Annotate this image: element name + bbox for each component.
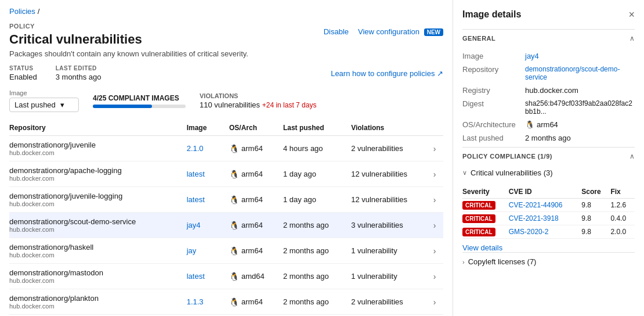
cve-row: CRITICAL GMS-2020-2 9.8 2.0.0	[462, 225, 635, 239]
cell-repo: demonstrationorg/apache-logging hub.dock…	[9, 161, 187, 187]
detail-digest-label: Digest	[462, 99, 520, 108]
table-row[interactable]: demonstrationorg/haskell hub.docker.com …	[9, 238, 443, 264]
cve-link[interactable]: CVE-2021-44906	[509, 201, 563, 209]
general-chevron-icon: ∧	[629, 34, 635, 42]
cve-score: 9.8	[581, 225, 610, 239]
col-violations: Violations	[351, 120, 433, 136]
row-chevron-icon: ›	[433, 170, 436, 179]
image-link[interactable]: latest	[187, 170, 205, 178]
title-section: POLICY Critical vulnerabilities Packages…	[9, 23, 324, 65]
cell-last-pushed: 2 months ago	[283, 289, 351, 315]
detail-repo-row: Repository demonstrationorg/scout-demo-s…	[462, 65, 635, 81]
status-item: STATUS Enabled	[9, 65, 37, 81]
cell-last-pushed: 2 months ago	[283, 238, 351, 264]
linux-icon: 🐧	[229, 144, 239, 153]
table-row[interactable]: demonstrationorg/scout-demo-service hub.…	[9, 213, 443, 238]
chevron-down-icon: ▾	[60, 100, 64, 109]
detail-last-pushed-value: 2 months ago	[525, 134, 571, 142]
copyleft-chevron-icon: ›	[462, 258, 465, 265]
detail-os-row: OS/Architecture 🐧arm64	[462, 120, 635, 129]
col-actions	[433, 120, 443, 136]
image-link[interactable]: latest	[187, 195, 205, 204]
cell-image: latest	[187, 264, 229, 289]
image-link[interactable]: 1.1.3	[187, 297, 204, 306]
last-edited-label: LAST EDITED	[56, 65, 102, 71]
cell-arch: 🐧 arm64	[229, 213, 283, 238]
policy-label: POLICY	[9, 23, 324, 30]
image-link[interactable]: jay4	[187, 221, 201, 229]
violations-label: VIOLATIONS	[200, 92, 316, 99]
view-config-link[interactable]: View configuration	[358, 27, 419, 36]
policy-chevron-icon: ∨	[462, 169, 467, 177]
page-description: Packages shouldn't contain any known vul…	[9, 49, 324, 58]
cell-last-pushed: 4 hours ago	[283, 136, 351, 161]
image-select-value: Last pushed	[15, 100, 56, 109]
last-edited-item: LAST EDITED 3 months ago	[56, 65, 102, 81]
linux-icon: 🐧	[229, 272, 239, 281]
table-row[interactable]: demonstrationorg/juvenile-logging hub.do…	[9, 187, 443, 213]
disable-button[interactable]: Disable	[324, 27, 349, 36]
linux-icon: 🐧	[525, 120, 534, 129]
cell-violations: 12 vulnerabilities	[351, 161, 433, 187]
view-details-link[interactable]: View details	[462, 243, 635, 252]
image-link[interactable]: latest	[187, 272, 205, 281]
violations-count: 110 vulnerabilities +24 in last 7 days	[200, 100, 316, 109]
top-section: POLICY Critical vulnerabilities Packages…	[9, 23, 443, 65]
learn-link[interactable]: Learn how to configure policies ↗	[331, 69, 443, 78]
cell-repo: demonstrationorg/scout-demo-service hub.…	[9, 213, 187, 238]
table-row[interactable]: demonstrationorg/juvenile hub.docker.com…	[9, 136, 443, 161]
cve-link[interactable]: CVE-2021-3918	[509, 214, 559, 222]
action-buttons: Disable View configuration NEW	[324, 23, 443, 36]
detail-image-label: Image	[462, 52, 520, 60]
compliance-section-header[interactable]: POLICY COMPLIANCE (1/9) ∧	[462, 147, 635, 165]
cve-row: CRITICAL CVE-2021-3918 9.8 0.4.0	[462, 212, 635, 225]
copyleft-row[interactable]: › Copyleft licenses (7)	[462, 252, 635, 271]
detail-digest-row: Digest sha256:b479cf033f9ab2aa028fac2bb1…	[462, 99, 635, 116]
cell-last-pushed: 2 months ago	[283, 264, 351, 289]
compliant-label: 4/25 COMPLIANT IMAGES	[93, 94, 186, 102]
cve-severity: CRITICAL	[462, 212, 509, 225]
violations-delta: +24 in last 7 days	[262, 101, 317, 109]
breadcrumb-policies-link[interactable]: Policies	[9, 7, 35, 16]
row-chevron-icon: ›	[433, 297, 436, 307]
image-filter-label: Image	[9, 89, 79, 96]
cell-repo: demonstrationorg/juvenile-logging hub.do…	[9, 187, 187, 213]
close-panel-button[interactable]: ×	[628, 9, 635, 20]
table-row[interactable]: demonstrationorg/plankton hub.docker.com…	[9, 289, 443, 315]
detail-repo-value[interactable]: demonstrationorg/scout-demo-service	[525, 65, 635, 81]
general-label: GENERAL	[462, 35, 495, 42]
critical-vuln-row[interactable]: ∨ Critical vulnerabilities (3)	[462, 165, 635, 181]
cell-chevron: ›	[433, 213, 443, 238]
detail-image-value[interactable]: jay4	[525, 52, 539, 60]
cell-chevron: ›	[433, 161, 443, 187]
general-section-header[interactable]: GENERAL ∧	[462, 29, 635, 47]
linux-icon: 🐧	[229, 195, 239, 204]
cell-image: 2.1.0	[187, 136, 229, 161]
image-link[interactable]: jay	[187, 246, 197, 255]
image-link[interactable]: 2.1.0	[187, 144, 204, 153]
compliant-bar	[93, 105, 152, 108]
detail-image-row: Image jay4	[462, 52, 635, 60]
cell-violations: 1 vulnerability	[351, 264, 433, 289]
cell-repo: demonstrationorg/plankton hub.docker.com	[9, 289, 187, 315]
cve-col-id: CVE ID	[509, 185, 582, 199]
view-config-group: View configuration NEW	[358, 27, 443, 36]
main-content: Policies / POLICY Critical vulnerabiliti…	[0, 0, 453, 316]
critical-badge: CRITICAL	[462, 228, 495, 236]
cell-last-pushed: 1 day ago	[283, 161, 351, 187]
table-row[interactable]: demonstrationorg/apache-logging hub.dock…	[9, 161, 443, 187]
image-select[interactable]: Last pushed ▾	[9, 98, 79, 112]
detail-last-pushed-label: Last pushed	[462, 134, 520, 142]
page-title: Critical vulnerabilities	[9, 32, 324, 47]
col-image: Image	[187, 120, 229, 136]
cell-last-pushed: 2 months ago	[283, 213, 351, 238]
image-filter-wrap: Image Last pushed ▾	[9, 89, 79, 112]
panel-title: Image details	[462, 9, 521, 20]
cell-repo: demonstrationorg/mastodon hub.docker.com	[9, 264, 187, 289]
table-row[interactable]: demonstrationorg/mastodon hub.docker.com…	[9, 264, 443, 289]
col-os-arch: OS/Arch	[229, 120, 283, 136]
cell-arch: 🐧 amd64	[229, 264, 283, 289]
cve-score: 9.8	[581, 212, 610, 225]
new-badge: NEW	[424, 28, 443, 36]
cve-link[interactable]: GMS-2020-2	[509, 228, 549, 236]
